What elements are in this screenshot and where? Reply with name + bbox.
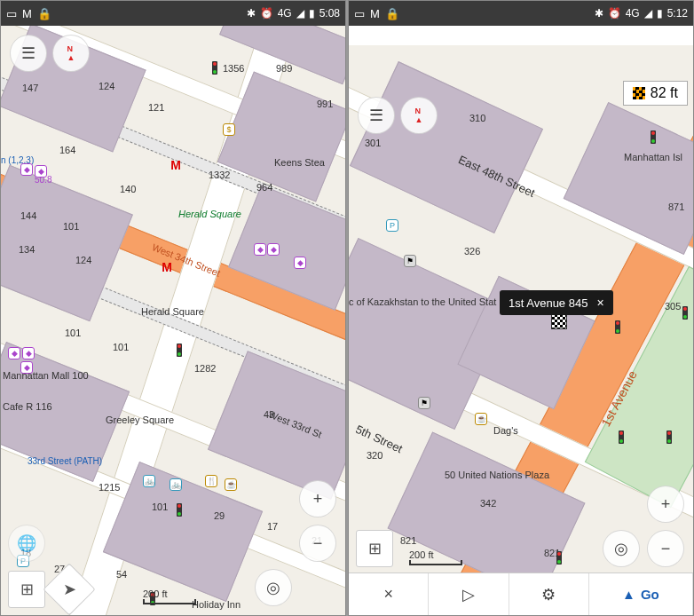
locate-button[interactable]: ◎	[255, 569, 292, 606]
chat-icon: ▭	[6, 7, 17, 20]
directions-icon: ➤	[63, 580, 76, 599]
traffic-light-icon	[177, 503, 182, 517]
compass-north-icon: N▲	[67, 44, 75, 62]
bluetooth-icon: ✱	[595, 7, 603, 20]
tooltip-text: 1st Avenue 845	[509, 296, 588, 310]
layers-icon: ☰	[21, 43, 35, 63]
house-num: 17	[267, 521, 278, 532]
destination-marker[interactable]	[551, 313, 567, 329]
compass-button[interactable]: N▲	[52, 35, 90, 72]
zoom-in-button[interactable]: +	[299, 480, 336, 517]
settings-button[interactable]: ⚙	[509, 573, 589, 615]
place-holiday-inn: Holiday Inn	[192, 599, 241, 610]
poi-shop-icon: ◆	[35, 165, 47, 178]
traffic-light-icon	[619, 430, 624, 444]
mail-icon: M	[370, 7, 380, 20]
tooltip-close-icon[interactable]: ×	[596, 296, 603, 310]
traffic-light-icon	[556, 551, 562, 565]
signal-icon: ◢	[296, 7, 304, 20]
house-num: 164	[59, 145, 75, 155]
grid-button[interactable]: ⊞	[356, 530, 393, 567]
status-icons-left: ▭ M 🔒	[6, 7, 51, 20]
zoom-out-button[interactable]: −	[299, 525, 336, 562]
mail-icon: M	[22, 7, 32, 20]
gear-icon: ⚙	[541, 585, 556, 604]
poi-shop-icon: ◆	[254, 243, 266, 256]
poi-cafe-icon: ☕	[475, 413, 487, 425]
close-button[interactable]: ×	[349, 573, 429, 615]
poi-shop-icon: ◆	[20, 163, 33, 176]
metro-icon: M	[170, 159, 182, 171]
poi-shop-icon: ◆	[8, 347, 20, 359]
flag-outline-icon: ▷	[462, 585, 475, 604]
poi-shop-icon: ◆	[267, 243, 280, 256]
clock: 5:12	[667, 7, 688, 20]
battery-icon: ▮	[309, 7, 315, 20]
plus-icon: +	[661, 495, 671, 514]
status-bar: ▭ M 🔒 ✱ ⏰ 4G ◢ ▮ 5:08	[1, 1, 345, 26]
traffic-light-icon	[615, 320, 620, 334]
poi-shop-icon: ◆	[20, 361, 33, 374]
distance-badge[interactable]: 82 ft	[623, 81, 688, 106]
minus-icon: −	[661, 540, 671, 558]
traffic-light-icon	[177, 344, 182, 357]
poi-flag-icon: ⚑	[404, 255, 416, 267]
poi-flag-icon: ⚑	[418, 397, 430, 409]
traffic-light-icon	[682, 306, 688, 320]
status-icons-right: ✱ ⏰ 4G ◢ ▮ 5:08	[247, 7, 340, 20]
poi-atm-icon: $	[223, 123, 235, 136]
status-bar: ▭ M 🔒 ✱ ⏰ 4G ◢ ▮ 5:12	[349, 1, 693, 26]
status-icons-right: ✱ ⏰ 4G ◢ ▮ 5:12	[595, 7, 688, 20]
plus-icon: +	[313, 490, 323, 509]
house-num: 101	[113, 342, 129, 352]
globe-button[interactable]: 🌐	[8, 525, 45, 562]
poi-shop-icon: ◆	[294, 257, 306, 269]
street-5th: 5th Street	[353, 423, 404, 455]
globe-icon: 🌐	[17, 533, 36, 553]
house-num: 140	[120, 184, 136, 194]
location-tooltip[interactable]: 1st Avenue 845 ×	[500, 290, 613, 315]
nav-arrow-icon: ▲	[622, 587, 635, 602]
chat-icon: ▭	[354, 7, 365, 20]
poi-food-icon: ☕	[225, 478, 237, 491]
metro-icon: M	[161, 261, 173, 273]
alarm-icon: ⏰	[260, 7, 273, 20]
minus-icon: −	[313, 534, 323, 553]
close-icon: ×	[383, 585, 393, 604]
compass-button[interactable]: N▲	[400, 97, 438, 134]
house-num: 320	[367, 450, 382, 461]
action-bar: × ▷ ⚙ ▲ Go	[349, 573, 693, 615]
crosshair-icon: ◎	[266, 578, 280, 597]
scale-bar: 200 ft	[409, 549, 462, 565]
go-button[interactable]: ▲ Go	[589, 573, 693, 615]
clock: 5:08	[319, 7, 340, 20]
traffic-light-icon	[212, 61, 217, 75]
flag-button[interactable]: ▷	[429, 573, 509, 615]
locate-button[interactable]: ◎	[603, 530, 640, 567]
phone-left: ▭ M 🔒 ✱ ⏰ 4G ◢ ▮ 5:08	[0, 0, 346, 616]
layers-button[interactable]: ☰	[10, 35, 47, 72]
layers-button[interactable]: ☰	[358, 97, 395, 134]
traffic-light-icon	[651, 130, 656, 144]
bluetooth-icon: ✱	[247, 7, 256, 20]
zoom-in-button[interactable]: +	[647, 486, 684, 523]
traffic-light-icon	[666, 430, 672, 444]
directions-button[interactable]: ➤	[43, 563, 95, 615]
grid-button[interactable]: ⊞	[8, 571, 45, 608]
layers-icon: ☰	[369, 106, 383, 125]
scale-label: 200 ft	[143, 588, 168, 599]
poi-bike-icon: 🚲	[170, 478, 182, 491]
map-canvas-left[interactable]: West 34th Street West 33rd St Herald Squ…	[1, 26, 345, 615]
house-num: 101	[65, 328, 81, 338]
battery-icon: ▮	[657, 7, 663, 20]
zoom-out-button[interactable]: −	[647, 530, 684, 567]
crosshair-icon: ◎	[614, 539, 628, 558]
left-bottom-controls: ⊞ ➤	[8, 571, 88, 608]
network-label: 4G	[278, 7, 292, 20]
network-label: 4G	[626, 7, 640, 20]
house-num: 121	[148, 102, 164, 113]
map-canvas-right[interactable]: East 48th Street 1st Avenue 5th Street M…	[349, 45, 693, 573]
grid-icon: ⊞	[20, 580, 34, 599]
compass-north-icon: N▲	[415, 107, 423, 124]
phone-right: ▭ M 🔒 ✱ ⏰ 4G ◢ ▮ 5:12	[348, 0, 694, 616]
